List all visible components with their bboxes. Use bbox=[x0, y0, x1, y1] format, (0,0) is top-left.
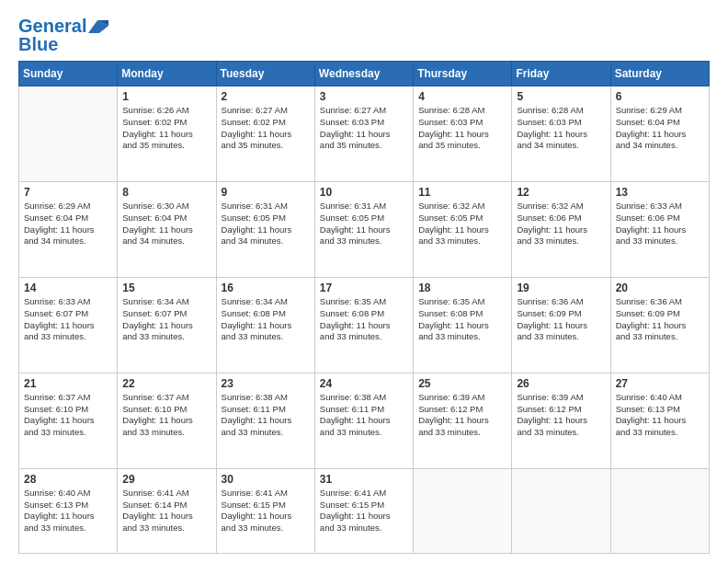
day-info: Sunrise: 6:32 AMSunset: 6:06 PMDaylight:… bbox=[517, 201, 605, 247]
day-number: 28 bbox=[24, 473, 112, 486]
calendar-cell: 31Sunrise: 6:41 AMSunset: 6:15 PMDayligh… bbox=[314, 468, 413, 553]
calendar-header-sunday: Sunday bbox=[19, 62, 118, 86]
day-number: 13 bbox=[616, 186, 704, 199]
day-number: 30 bbox=[222, 473, 310, 486]
header: General Blue bbox=[18, 17, 710, 53]
day-number: 4 bbox=[418, 90, 506, 103]
calendar-cell: 17Sunrise: 6:35 AMSunset: 6:08 PMDayligh… bbox=[314, 277, 413, 373]
calendar-cell: 3Sunrise: 6:27 AMSunset: 6:03 PMDaylight… bbox=[314, 86, 413, 182]
day-info: Sunrise: 6:40 AMSunset: 6:13 PMDaylight:… bbox=[616, 392, 704, 439]
calendar-cell: 10Sunrise: 6:31 AMSunset: 6:05 PMDayligh… bbox=[314, 181, 413, 277]
day-info: Sunrise: 6:37 AMSunset: 6:10 PMDaylight:… bbox=[24, 392, 112, 439]
day-number: 21 bbox=[24, 377, 112, 390]
calendar-header-row: SundayMondayTuesdayWednesdayThursdayFrid… bbox=[19, 62, 710, 86]
day-info: Sunrise: 6:33 AMSunset: 6:06 PMDaylight:… bbox=[616, 201, 704, 247]
day-info: Sunrise: 6:31 AMSunset: 6:05 PMDaylight:… bbox=[222, 201, 310, 247]
day-number: 15 bbox=[122, 282, 210, 294]
calendar-header-monday: Monday bbox=[118, 62, 216, 86]
day-info: Sunrise: 6:36 AMSunset: 6:09 PMDaylight:… bbox=[616, 296, 704, 343]
calendar-cell: 4Sunrise: 6:28 AMSunset: 6:03 PMDaylight… bbox=[414, 86, 512, 182]
day-info: Sunrise: 6:40 AMSunset: 6:13 PMDaylight:… bbox=[24, 488, 112, 534]
day-number: 12 bbox=[517, 186, 605, 199]
calendar-cell bbox=[19, 86, 118, 182]
week-row-1: 1Sunrise: 6:26 AMSunset: 6:02 PMDaylight… bbox=[19, 86, 710, 182]
day-number: 7 bbox=[24, 186, 112, 199]
day-info: Sunrise: 6:38 AMSunset: 6:11 PMDaylight:… bbox=[222, 392, 310, 439]
day-number: 29 bbox=[122, 473, 210, 486]
calendar-cell: 25Sunrise: 6:39 AMSunset: 6:12 PMDayligh… bbox=[414, 373, 512, 468]
day-info: Sunrise: 6:29 AMSunset: 6:04 PMDaylight:… bbox=[616, 105, 704, 152]
logo-blue-text: Blue bbox=[18, 35, 58, 53]
day-info: Sunrise: 6:28 AMSunset: 6:03 PMDaylight:… bbox=[517, 105, 605, 152]
calendar-cell: 30Sunrise: 6:41 AMSunset: 6:15 PMDayligh… bbox=[216, 468, 314, 553]
day-number: 26 bbox=[517, 377, 605, 390]
day-number: 20 bbox=[616, 282, 704, 294]
day-info: Sunrise: 6:33 AMSunset: 6:07 PMDaylight:… bbox=[24, 296, 112, 343]
day-number: 8 bbox=[122, 186, 210, 199]
week-row-3: 14Sunrise: 6:33 AMSunset: 6:07 PMDayligh… bbox=[19, 277, 710, 373]
day-number: 22 bbox=[122, 377, 210, 390]
day-info: Sunrise: 6:31 AMSunset: 6:05 PMDaylight:… bbox=[320, 201, 408, 247]
calendar-cell: 11Sunrise: 6:32 AMSunset: 6:05 PMDayligh… bbox=[414, 181, 512, 277]
calendar-cell: 1Sunrise: 6:26 AMSunset: 6:02 PMDaylight… bbox=[118, 86, 216, 182]
day-number: 16 bbox=[222, 282, 310, 294]
page: General Blue SundayMondayTuesdayWednesda… bbox=[0, 0, 728, 563]
calendar-cell: 14Sunrise: 6:33 AMSunset: 6:07 PMDayligh… bbox=[19, 277, 118, 373]
week-row-2: 7Sunrise: 6:29 AMSunset: 6:04 PMDaylight… bbox=[19, 181, 710, 277]
calendar-header-wednesday: Wednesday bbox=[314, 62, 413, 86]
calendar-cell: 7Sunrise: 6:29 AMSunset: 6:04 PMDaylight… bbox=[19, 181, 118, 277]
calendar-cell: 15Sunrise: 6:34 AMSunset: 6:07 PMDayligh… bbox=[118, 277, 216, 373]
calendar-header-friday: Friday bbox=[512, 62, 610, 86]
day-info: Sunrise: 6:37 AMSunset: 6:10 PMDaylight:… bbox=[122, 392, 210, 439]
day-info: Sunrise: 6:38 AMSunset: 6:11 PMDaylight:… bbox=[320, 392, 408, 439]
day-number: 14 bbox=[24, 282, 112, 294]
day-number: 2 bbox=[222, 90, 310, 103]
day-info: Sunrise: 6:26 AMSunset: 6:02 PMDaylight:… bbox=[122, 105, 210, 152]
day-number: 17 bbox=[320, 282, 408, 294]
calendar-cell: 2Sunrise: 6:27 AMSunset: 6:02 PMDaylight… bbox=[216, 86, 314, 182]
calendar-header-saturday: Saturday bbox=[610, 62, 709, 86]
day-info: Sunrise: 6:39 AMSunset: 6:12 PMDaylight:… bbox=[517, 392, 605, 439]
day-number: 10 bbox=[320, 186, 408, 199]
calendar-cell: 22Sunrise: 6:37 AMSunset: 6:10 PMDayligh… bbox=[118, 373, 216, 468]
day-info: Sunrise: 6:36 AMSunset: 6:09 PMDaylight:… bbox=[517, 296, 605, 343]
day-info: Sunrise: 6:35 AMSunset: 6:08 PMDaylight:… bbox=[418, 296, 506, 343]
day-info: Sunrise: 6:34 AMSunset: 6:08 PMDaylight:… bbox=[222, 296, 310, 343]
calendar-cell: 13Sunrise: 6:33 AMSunset: 6:06 PMDayligh… bbox=[610, 181, 709, 277]
calendar-cell: 29Sunrise: 6:41 AMSunset: 6:14 PMDayligh… bbox=[118, 468, 216, 553]
day-number: 1 bbox=[122, 90, 210, 103]
day-info: Sunrise: 6:28 AMSunset: 6:03 PMDaylight:… bbox=[418, 105, 506, 152]
calendar-cell bbox=[610, 468, 709, 553]
day-number: 11 bbox=[418, 186, 506, 199]
calendar-cell: 19Sunrise: 6:36 AMSunset: 6:09 PMDayligh… bbox=[512, 277, 610, 373]
week-row-5: 28Sunrise: 6:40 AMSunset: 6:13 PMDayligh… bbox=[19, 468, 710, 553]
day-info: Sunrise: 6:41 AMSunset: 6:15 PMDaylight:… bbox=[320, 488, 408, 534]
day-info: Sunrise: 6:29 AMSunset: 6:04 PMDaylight:… bbox=[24, 201, 112, 247]
calendar-cell bbox=[512, 468, 610, 553]
calendar-cell: 21Sunrise: 6:37 AMSunset: 6:10 PMDayligh… bbox=[19, 373, 118, 468]
calendar-cell bbox=[414, 468, 512, 553]
logo: General Blue bbox=[18, 17, 108, 53]
calendar-cell: 27Sunrise: 6:40 AMSunset: 6:13 PMDayligh… bbox=[610, 373, 709, 468]
day-number: 6 bbox=[616, 90, 704, 103]
day-number: 9 bbox=[222, 186, 310, 199]
week-row-4: 21Sunrise: 6:37 AMSunset: 6:10 PMDayligh… bbox=[19, 373, 710, 468]
day-number: 24 bbox=[320, 377, 408, 390]
day-info: Sunrise: 6:27 AMSunset: 6:03 PMDaylight:… bbox=[320, 105, 408, 152]
day-number: 3 bbox=[320, 90, 408, 103]
calendar-cell: 20Sunrise: 6:36 AMSunset: 6:09 PMDayligh… bbox=[610, 277, 709, 373]
calendar-header-thursday: Thursday bbox=[414, 62, 512, 86]
day-info: Sunrise: 6:34 AMSunset: 6:07 PMDaylight:… bbox=[122, 296, 210, 343]
calendar-cell: 24Sunrise: 6:38 AMSunset: 6:11 PMDayligh… bbox=[314, 373, 413, 468]
day-info: Sunrise: 6:32 AMSunset: 6:05 PMDaylight:… bbox=[418, 201, 506, 247]
day-number: 23 bbox=[222, 377, 310, 390]
calendar-cell: 16Sunrise: 6:34 AMSunset: 6:08 PMDayligh… bbox=[216, 277, 314, 373]
calendar-cell: 23Sunrise: 6:38 AMSunset: 6:11 PMDayligh… bbox=[216, 373, 314, 468]
day-number: 25 bbox=[418, 377, 506, 390]
calendar-cell: 28Sunrise: 6:40 AMSunset: 6:13 PMDayligh… bbox=[19, 468, 118, 553]
day-info: Sunrise: 6:39 AMSunset: 6:12 PMDaylight:… bbox=[418, 392, 506, 439]
day-number: 19 bbox=[517, 282, 605, 294]
day-number: 18 bbox=[418, 282, 506, 294]
calendar-cell: 18Sunrise: 6:35 AMSunset: 6:08 PMDayligh… bbox=[414, 277, 512, 373]
calendar-cell: 26Sunrise: 6:39 AMSunset: 6:12 PMDayligh… bbox=[512, 373, 610, 468]
